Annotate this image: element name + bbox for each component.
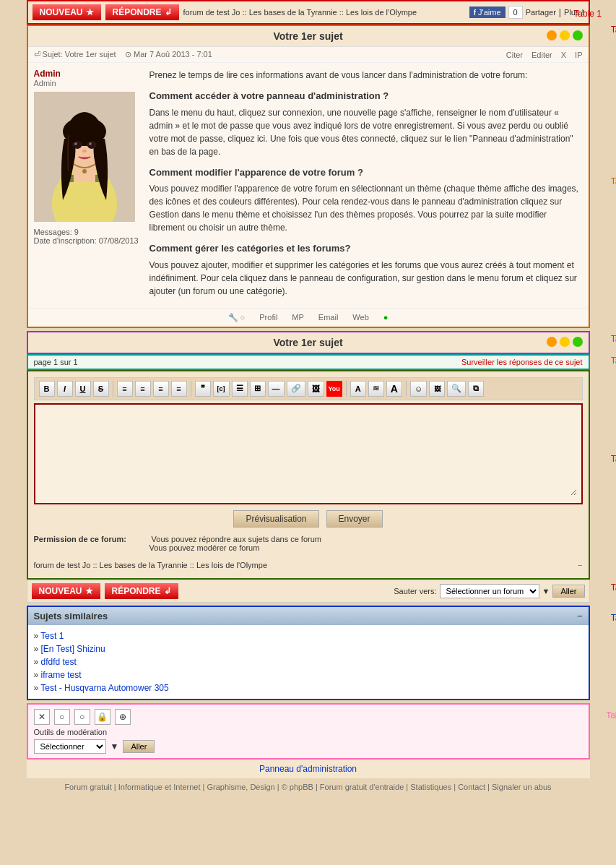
nouveau-label: NOUVEAU: [40, 7, 83, 17]
bold-button[interactable]: B: [39, 381, 55, 397]
post-footer: 🔧 ○ Profil MP Email Web ●: [28, 308, 589, 327]
minimize-icon-3[interactable]: [547, 337, 557, 347]
align-right-button[interactable]: ≡: [153, 381, 169, 397]
nouveau-button-bottom[interactable]: NOUVEAU ★: [32, 583, 100, 599]
mod-icon-lock[interactable]: 🔒: [95, 709, 110, 725]
mp-link[interactable]: MP: [292, 313, 304, 322]
footer-link-4[interactable]: Forum gratuit d'entraide: [320, 783, 404, 791]
admin-panel: Panneau d'administration: [27, 759, 590, 778]
collapse-button[interactable]: −: [578, 561, 582, 569]
fb-like-button[interactable]: f J'aime: [469, 7, 506, 18]
repondre-button[interactable]: RÉPONDRE ↲: [105, 4, 179, 20]
fb-like-label: J'aime: [478, 8, 500, 17]
big-font-button[interactable]: A: [386, 381, 402, 397]
nouveau-label-bottom: NOUVEAU: [39, 586, 82, 596]
footer-link-7[interactable]: Signaler un abus: [492, 783, 552, 791]
underline-button[interactable]: U: [75, 381, 91, 397]
similar-item-4[interactable]: Test - Husqvarna Automower 305: [34, 681, 583, 694]
maximize-icon[interactable]: [560, 30, 570, 40]
post-actions: Citer Editer X IP: [506, 51, 583, 59]
reply-icon: ↲: [165, 7, 172, 17]
font-color-button[interactable]: ≋: [368, 381, 384, 397]
font-size-button[interactable]: A: [350, 381, 366, 397]
search-button[interactable]: 🔍: [447, 381, 466, 397]
nouveau-button[interactable]: NOUVEAU ★: [32, 4, 101, 20]
mod-icon-add[interactable]: ⊕: [115, 709, 131, 725]
quote-button[interactable]: ❞: [195, 381, 211, 397]
footer-link-6[interactable]: Contact: [458, 783, 485, 791]
hr-button[interactable]: —: [268, 381, 285, 397]
user-messages: Messages: 9: [34, 228, 142, 236]
ip-link[interactable]: IP: [575, 51, 582, 59]
link-button[interactable]: 🔗: [287, 381, 305, 397]
table-button[interactable]: ⊞: [250, 381, 266, 397]
list-button[interactable]: ☰: [232, 381, 248, 397]
post-title: Votre 1er sujet: [273, 30, 342, 42]
similar-item-3[interactable]: iframe test: [34, 668, 583, 681]
copy-button[interactable]: ⧉: [468, 381, 484, 397]
footer-link-3[interactable]: © phpBB: [282, 783, 313, 791]
table2-post: Votre 1er sujet ⏎ Sujet: Votre 1er sujet…: [27, 25, 590, 328]
justify-button[interactable]: ≡: [171, 381, 187, 397]
watch-link[interactable]: Surveiller les réponses de ce sujet: [461, 358, 583, 366]
mod-aller-button[interactable]: Aller: [123, 740, 155, 753]
close-post-link[interactable]: X: [561, 51, 566, 59]
mod-label: Outils de modération: [34, 728, 583, 736]
repondre-button-bottom[interactable]: RÉPONDRE ↲: [105, 583, 178, 599]
italic-button[interactable]: I: [57, 381, 73, 397]
maximize-icon-3[interactable]: [560, 337, 570, 347]
post-paragraph3: Vous pouvez ajouter, modifier et supprim…: [149, 259, 583, 298]
jump-label: Sauter vers:: [394, 587, 436, 595]
img-button[interactable]: 🖼: [308, 381, 324, 397]
send-button[interactable]: Envoyer: [326, 510, 383, 528]
mod-select[interactable]: Sélectionner: [34, 739, 106, 754]
post-title-bar: Votre 1er sujet: [28, 26, 589, 47]
web-link[interactable]: Web: [352, 313, 368, 322]
admin-panel-link[interactable]: Panneau d'administration: [259, 764, 357, 774]
footer-link-2[interactable]: Graphisme, Design: [207, 783, 275, 791]
table1-toolbar: NOUVEAU ★ RÉPONDRE ↲ forum de test Jo ::…: [27, 0, 590, 25]
post-paragraph2: Vous pouvez modifier l'apparence de votr…: [149, 182, 583, 234]
mod-select-area: Sélectionner ▼ Aller: [34, 739, 583, 754]
strike-button[interactable]: S: [93, 381, 109, 397]
star-icon: ★: [86, 7, 94, 17]
aller-button[interactable]: Aller: [552, 585, 584, 598]
table8-editor: B I U S ≡ ≡ ≡ ≡ ❞ [c] ☰ ⊞ — 🔗 🖼 You A: [27, 370, 590, 580]
mod-icon-delete[interactable]: ✕: [34, 709, 50, 725]
similar-item-1[interactable]: [En Test] Shizinu: [34, 642, 583, 655]
footer-link-1[interactable]: Informatique et Internet: [118, 783, 201, 791]
editor-buttons: Prévisualisation Envoyer: [34, 510, 583, 528]
preview-img-button[interactable]: 🖼: [429, 381, 445, 397]
svg-point-13: [82, 150, 87, 152]
code-button[interactable]: [c]: [213, 381, 230, 397]
cite-link[interactable]: Citer: [506, 51, 523, 59]
align-center-button[interactable]: ≡: [135, 381, 151, 397]
mod-icon-circle2[interactable]: ○: [74, 709, 90, 725]
editor-textarea[interactable]: [40, 409, 577, 496]
similar-item-2[interactable]: dfdfd test: [34, 655, 583, 668]
footer-links: Forum gratuit | Informatique et Internet…: [27, 778, 590, 796]
similar-list: Test 1 [En Test] Shizinu dfdfd test ifra…: [28, 625, 589, 699]
post-intro: Prenez le temps de lire ces informations…: [149, 69, 583, 82]
close-icon-3[interactable]: [573, 337, 583, 347]
profil-link[interactable]: Profil: [259, 313, 277, 322]
permissions-area: Permission de ce forum: Vous pouvez répo…: [34, 535, 583, 552]
share-link[interactable]: Partager: [526, 8, 556, 17]
user-stats: Messages: 9 Date d'inscription: 07/08/20…: [34, 228, 142, 245]
close-icon[interactable]: [573, 30, 583, 40]
email-link[interactable]: Email: [318, 313, 339, 322]
preview-button[interactable]: Prévisualisation: [233, 510, 318, 528]
edit-link[interactable]: Editer: [532, 51, 552, 59]
align-left-button[interactable]: ≡: [117, 381, 133, 397]
similar-header: Sujets similaires −: [28, 607, 589, 625]
minimize-icon[interactable]: [547, 30, 557, 40]
footer-link-0[interactable]: Forum gratuit: [64, 783, 111, 791]
mod-icon-circle1[interactable]: ○: [54, 709, 70, 725]
smiley-button[interactable]: ☺: [410, 381, 427, 397]
youtube-button[interactable]: You: [326, 381, 342, 397]
similar-collapse-button[interactable]: −: [577, 611, 583, 621]
similar-item-0[interactable]: Test 1: [34, 629, 583, 642]
editor-toolbar: B I U S ≡ ≡ ≡ ≡ ❞ [c] ☰ ⊞ — 🔗 🖼 You A: [34, 377, 583, 400]
jump-select[interactable]: Sélectionner un forum: [440, 584, 539, 598]
footer-link-5[interactable]: Statistiques: [410, 783, 451, 791]
